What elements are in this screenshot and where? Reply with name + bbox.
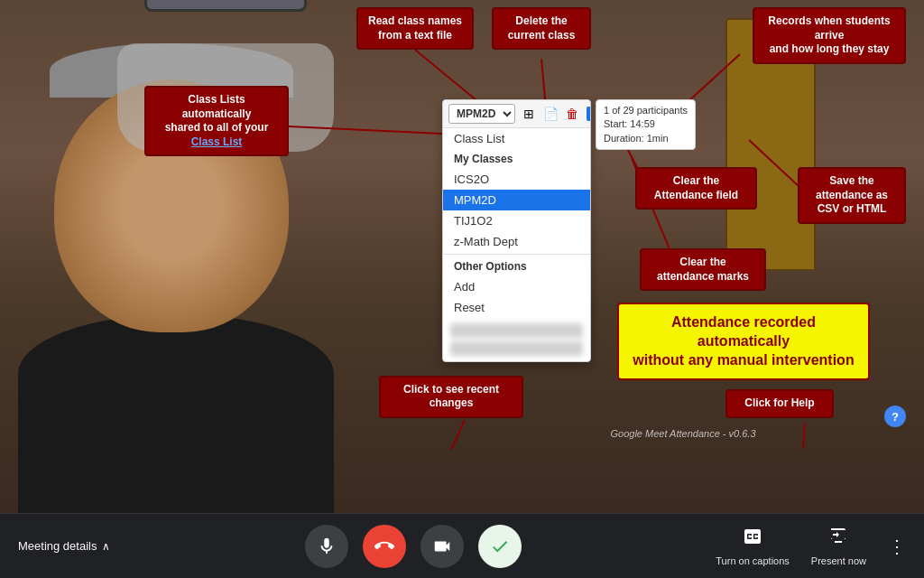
- toolbar-right: Turn on captions Present now ⋮: [716, 526, 906, 566]
- person-body: [18, 314, 334, 513]
- video-area: MPM2D ICS2O TIJ1O2 ⊞ 📄 🗑 ✓ HTML Class Li…: [0, 0, 924, 513]
- class-list-link[interactable]: Class List: [191, 135, 243, 148]
- mute-button[interactable]: [305, 525, 348, 568]
- annotation-attendance: Attendance recorded automaticallywithout…: [617, 303, 870, 380]
- main-container: MPM2D ICS2O TIJ1O2 ⊞ 📄 🗑 ✓ HTML Class Li…: [0, 0, 924, 578]
- toolbar-left: Meeting details ∧: [18, 539, 110, 553]
- annotation-class-lists: Class Lists automaticallyshared to all o…: [144, 86, 289, 156]
- extension-popup: MPM2D ICS2O TIJ1O2 ⊞ 📄 🗑 ✓ HTML Class Li…: [442, 99, 591, 362]
- mpm2d-item[interactable]: MPM2D: [443, 190, 590, 210]
- participants-count: 1 of 29 participants: [604, 104, 688, 117]
- annotation-records: Records when students arriveand how long…: [753, 7, 906, 64]
- annotation-clear-marks: Clear theattendance marks: [640, 248, 766, 291]
- annotation-changes: Click to see recentchanges: [379, 376, 523, 418]
- reset-item[interactable]: Reset: [443, 297, 590, 318]
- text-file-icon-btn[interactable]: 📄: [541, 104, 560, 124]
- other-options-header: Other Options: [443, 256, 590, 276]
- version-text: Google Meet Attendance - v0.6.3: [442, 428, 924, 439]
- more-options-button[interactable]: ⋮: [888, 536, 906, 557]
- annotation-help: Click for Help: [725, 389, 834, 418]
- stats-panel: 1 of 29 participants Start: 14:59 Durati…: [596, 99, 696, 150]
- captions-label: Turn on captions: [716, 555, 790, 566]
- popup-header: MPM2D ICS2O TIJ1O2 ⊞ 📄 🗑 ✓ HTML: [443, 100, 590, 128]
- meeting-details-label[interactable]: Meeting details: [18, 539, 97, 553]
- check-box-icon: ✓: [587, 107, 591, 121]
- person-glasses: [144, 0, 307, 12]
- annotation-save: Save theattendance asCSV or HTML: [798, 167, 906, 224]
- zmath-item[interactable]: z-Math Dept: [443, 231, 590, 252]
- class-selector[interactable]: MPM2D ICS2O TIJ1O2: [448, 104, 515, 124]
- toolbar-center: [110, 525, 716, 568]
- grid-icon-btn[interactable]: ⊞: [519, 104, 539, 124]
- delete-icon-btn[interactable]: 🗑: [562, 104, 582, 124]
- ics2o-item[interactable]: ICS2O: [443, 169, 590, 190]
- present-now-label: Present now: [811, 555, 866, 566]
- captions-button[interactable]: Turn on captions: [716, 526, 790, 566]
- end-call-button[interactable]: [363, 525, 406, 568]
- tij1o2-item[interactable]: TIJ1O2: [443, 210, 590, 231]
- menu-divider: [443, 254, 590, 255]
- present-now-icon: [827, 526, 849, 552]
- duration: Duration: 1min: [604, 132, 688, 145]
- toolbar: Meeting details ∧: [0, 513, 924, 578]
- add-item[interactable]: Add: [443, 276, 590, 297]
- class-list-item[interactable]: Class List: [443, 128, 590, 149]
- camera-button[interactable]: [420, 525, 464, 568]
- meeting-details-chevron[interactable]: ∧: [102, 540, 110, 553]
- annotation-read-class: Read class namesfrom a text file: [356, 7, 474, 50]
- help-button[interactable]: ?: [884, 406, 906, 427]
- annotation-clear-field: Clear theAttendance field: [635, 167, 757, 210]
- captions-icon: [742, 526, 763, 552]
- annotation-delete-class: Delete thecurrent class: [492, 7, 591, 50]
- start-time: Start: 14:59: [604, 117, 688, 131]
- popup-icon-group: ⊞ 📄 🗑 ✓ HTML: [519, 104, 591, 124]
- attendance-icon-btn[interactable]: ✓: [584, 104, 591, 124]
- present-check-button[interactable]: [478, 525, 522, 568]
- my-classes-header: My Classes: [443, 149, 590, 169]
- present-now-button[interactable]: Present now: [811, 526, 866, 566]
